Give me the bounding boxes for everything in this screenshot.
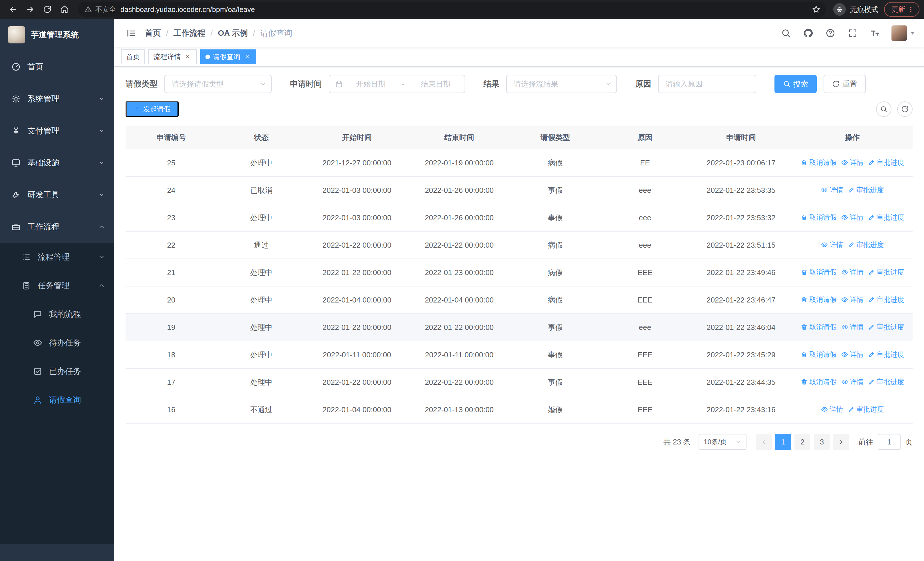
action-label: 详情 <box>850 213 864 222</box>
browser-forward-button[interactable] <box>23 2 38 17</box>
sidebar-item-task-management[interactable]: 任务管理 <box>0 271 114 300</box>
sidebar-item-my-process[interactable]: 我的流程 <box>0 300 114 328</box>
prev-page-button[interactable] <box>756 434 772 450</box>
approval-progress-link[interactable]: 审批进度 <box>868 322 904 332</box>
page-size-select[interactable]: 10条/页 <box>699 434 747 450</box>
approval-progress-link[interactable]: 审批进度 <box>848 240 884 250</box>
cell-actions: 详情审批进度 <box>792 232 913 259</box>
page-button-3[interactable]: 3 <box>814 434 830 450</box>
approval-progress-link[interactable]: 审批进度 <box>848 405 884 414</box>
detail-link[interactable]: 详情 <box>821 185 843 194</box>
cell-apply-no: 21 <box>126 259 217 286</box>
approval-progress-link[interactable]: 审批进度 <box>848 185 884 194</box>
sidebar-item-payment[interactable]: 支付管理 <box>0 115 114 147</box>
breadcrumb-workflow[interactable]: 工作流程 <box>174 28 206 39</box>
leave-type-select[interactable]: 请选择请假类型 <box>164 75 272 93</box>
eye-icon <box>841 159 848 166</box>
cancel-leave-link[interactable]: 取消请假 <box>801 378 837 387</box>
reason-label: 原因 <box>635 78 651 89</box>
sidebar-fold-button[interactable] <box>123 25 139 41</box>
sidebar-item-system[interactable]: 系统管理 <box>0 83 114 115</box>
sidebar-item-devtools[interactable]: 研发工具 <box>0 179 114 211</box>
sidebar-item-workflow[interactable]: 工作流程 <box>0 211 114 243</box>
detail-link[interactable]: 详情 <box>841 378 864 387</box>
sidebar-item-label: 流程管理 <box>38 252 70 263</box>
breadcrumb-oa-example[interactable]: OA 示例 <box>218 28 248 39</box>
approval-progress-link[interactable]: 审批进度 <box>868 158 904 167</box>
sidebar-item-infrastructure[interactable]: 基础设施 <box>0 147 114 179</box>
kebab-menu-icon <box>907 5 915 14</box>
detail-link[interactable]: 详情 <box>821 405 843 414</box>
detail-link[interactable]: 详情 <box>841 158 864 167</box>
close-icon[interactable]: × <box>184 53 192 61</box>
cancel-leave-link[interactable]: 取消请假 <box>801 213 837 222</box>
result-select[interactable]: 请选择流结果 <box>506 75 617 93</box>
apply-time-range-picker[interactable]: 开始日期 - 结束日期 <box>329 75 465 93</box>
trash-icon <box>801 214 808 221</box>
cell-reason: eee <box>600 314 690 341</box>
bookmark-star-icon[interactable] <box>809 3 823 16</box>
col-start-time: 开始时间 <box>306 126 408 149</box>
cell-reason: EEE <box>600 368 690 396</box>
cancel-leave-link[interactable]: 取消请假 <box>801 350 837 359</box>
browser-home-button[interactable] <box>57 2 72 17</box>
chevron-up-icon <box>98 223 105 230</box>
sidebar-item-todo-tasks[interactable]: 待办任务 <box>0 328 114 357</box>
sidebar-item-done-tasks[interactable]: 已办任务 <box>0 357 114 386</box>
cancel-leave-link[interactable]: 取消请假 <box>801 322 837 332</box>
github-icon[interactable] <box>802 27 814 39</box>
browser-update-button[interactable]: 更新 <box>884 2 920 17</box>
reset-button[interactable]: 重置 <box>824 75 866 93</box>
fullscreen-icon[interactable] <box>847 27 858 39</box>
app-title: 芋道管理系统 <box>31 29 79 40</box>
date-end-placeholder: 结束日期 <box>412 79 459 89</box>
user-menu[interactable] <box>891 26 915 41</box>
action-label: 审批进度 <box>877 350 904 359</box>
sidebar-item-leave-query[interactable]: 请假查询 <box>0 386 114 414</box>
breadcrumb-home[interactable]: 首页 <box>145 28 161 39</box>
approval-progress-link[interactable]: 审批进度 <box>868 350 904 359</box>
close-icon[interactable]: × <box>243 53 251 61</box>
detail-link[interactable]: 详情 <box>841 350 864 359</box>
goto-page-input[interactable] <box>878 434 901 450</box>
approval-progress-link[interactable]: 审批进度 <box>868 268 904 277</box>
header-search-icon[interactable] <box>780 27 792 39</box>
security-warning[interactable]: 不安全 <box>84 5 116 14</box>
detail-link[interactable]: 详情 <box>821 240 843 250</box>
refresh-table-button[interactable] <box>897 101 913 117</box>
detail-link[interactable]: 详情 <box>841 268 864 277</box>
font-size-icon[interactable] <box>869 27 880 39</box>
help-icon[interactable] <box>825 27 836 39</box>
address-bar[interactable]: 不安全 dashboard.yudao.iocoder.cn/bpm/oa/le… <box>78 2 826 17</box>
browser-back-button[interactable] <box>6 2 21 17</box>
cell-end-time: 2022-01-04 00:00:00 <box>408 286 510 314</box>
app-logo[interactable]: 芋道管理系统 <box>0 19 114 51</box>
toggle-search-button[interactable] <box>876 101 891 117</box>
detail-link[interactable]: 详情 <box>841 295 864 304</box>
cancel-leave-link[interactable]: 取消请假 <box>801 268 837 277</box>
create-leave-button[interactable]: 发起请假 <box>126 101 178 117</box>
reason-input[interactable] <box>658 75 756 93</box>
sidebar-item-label: 请假查询 <box>49 394 81 405</box>
detail-link[interactable]: 详情 <box>841 322 864 332</box>
sidebar-item-label: 已办任务 <box>49 366 81 377</box>
approval-progress-link[interactable]: 审批进度 <box>868 295 904 304</box>
sidebar-item-home[interactable]: 首页 <box>0 51 114 83</box>
browser-reload-button[interactable] <box>40 2 55 17</box>
tab-home[interactable]: 首页 <box>121 50 145 64</box>
cancel-leave-link[interactable]: 取消请假 <box>801 158 837 167</box>
trash-icon <box>801 269 808 276</box>
page-button-2[interactable]: 2 <box>795 434 810 450</box>
next-page-button[interactable] <box>833 434 849 450</box>
cancel-leave-link[interactable]: 取消请假 <box>801 295 837 304</box>
sidebar-item-process-management[interactable]: 流程管理 <box>0 243 114 271</box>
tab-leave-query[interactable]: 请假查询 × <box>200 50 256 64</box>
page-button-1[interactable]: 1 <box>775 434 791 450</box>
cell-end-time: 2022-01-22 00:00:00 <box>408 368 510 396</box>
detail-link[interactable]: 详情 <box>841 213 864 222</box>
approval-progress-link[interactable]: 审批进度 <box>868 378 904 387</box>
approval-progress-link[interactable]: 审批进度 <box>868 213 904 222</box>
search-button[interactable]: 搜索 <box>774 75 817 93</box>
tab-process-detail[interactable]: 流程详情 × <box>148 50 197 64</box>
cell-reason: EE <box>600 149 690 176</box>
